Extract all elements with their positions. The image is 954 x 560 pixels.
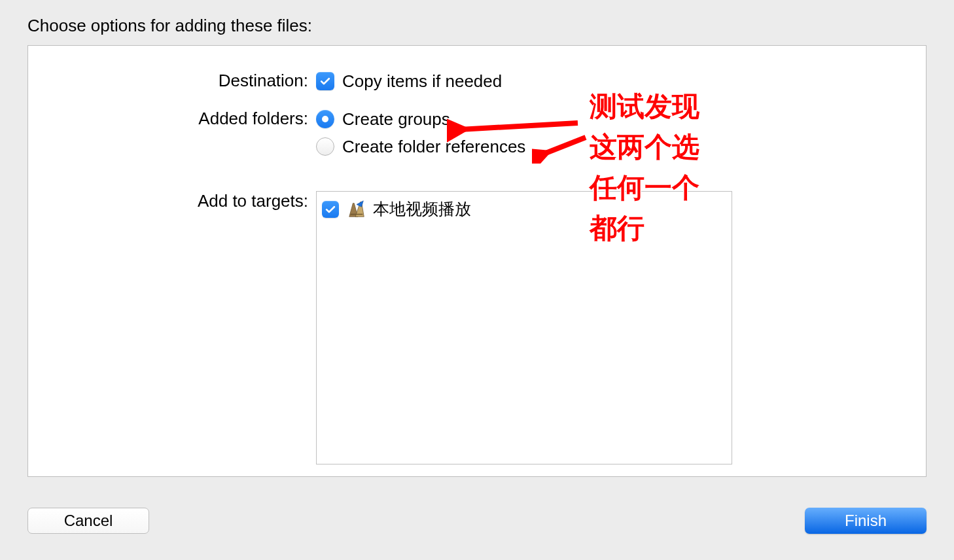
create-groups-radio[interactable] xyxy=(316,110,334,128)
dialog-title: Choose options for adding these files: xyxy=(0,0,954,45)
destination-row: Destination: Copy items if needed xyxy=(54,69,900,97)
copy-items-checkbox[interactable] xyxy=(316,72,334,90)
add-to-targets-row: Add to targets: 本地视频播放 xyxy=(54,190,900,464)
annotation-text: 测试发现 这两个选 任何一个 都行 xyxy=(590,86,699,249)
checkmark-icon xyxy=(324,203,337,216)
annotation-line-2: 这两个选 xyxy=(590,127,699,167)
added-folders-label: Added folders: xyxy=(54,107,316,129)
added-folders-row: Added folders: Create groups Create fold… xyxy=(54,107,900,162)
checkmark-icon xyxy=(319,75,332,88)
create-groups-label: Create groups xyxy=(342,109,450,130)
target-checkbox[interactable] xyxy=(322,201,339,218)
create-folder-refs-label: Create folder references xyxy=(342,137,525,157)
finish-button[interactable]: Finish xyxy=(805,508,927,534)
create-folder-refs-radio[interactable] xyxy=(316,137,334,156)
destination-label: Destination: xyxy=(54,69,316,91)
cancel-button[interactable]: Cancel xyxy=(27,508,149,534)
copy-items-label: Copy items if needed xyxy=(342,71,502,92)
dialog-footer: Cancel Finish xyxy=(27,508,927,534)
app-icon xyxy=(347,200,366,219)
annotation-line-1: 测试发现 xyxy=(590,86,699,127)
target-name: 本地视频播放 xyxy=(373,198,471,220)
annotation-line-4: 都行 xyxy=(590,208,699,249)
annotation-line-3: 任何一个 xyxy=(590,167,699,208)
options-panel: Destination: Copy items if needed Added … xyxy=(27,45,927,477)
add-to-targets-label: Add to targets: xyxy=(54,190,316,211)
